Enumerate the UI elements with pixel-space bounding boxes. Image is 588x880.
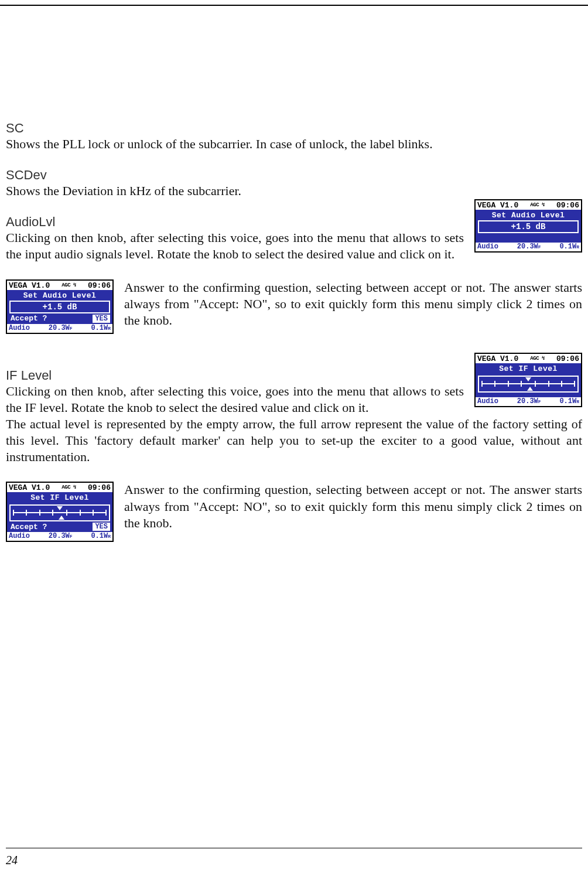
lcd-accept-yes: YES (93, 315, 110, 323)
lcd-header: VEGA V1.0 AGC ↯ 09:06 (7, 281, 112, 290)
slider-factory-icon (527, 387, 533, 391)
lcd-footer-right-sub: R (108, 534, 111, 539)
lcd-header: VEGA V1.0 AGC ↯ 09:06 (476, 200, 581, 210)
text-scdev: Shows the Deviation in kHz of the subcar… (6, 183, 582, 199)
lcd-menu-title: Set IF Level (8, 493, 111, 503)
section-iflevel-confirm: VEGA V1.0 AGC ↯ 09:06 Set IF Level (6, 482, 582, 544)
lcd-value: +1.5 dB (478, 220, 579, 233)
lcd-footer-right-sub: R (108, 326, 111, 331)
lcd-accept-row: Accept ? YES (8, 313, 111, 323)
lcd-agc: AGC ↯ (530, 356, 545, 361)
lcd-accept-label: Accept ? (11, 315, 47, 322)
lcd-body: Set Audio Level +1.5 dB (476, 210, 581, 243)
page-number: 24 (6, 854, 18, 867)
slider-current-icon (525, 377, 531, 381)
bottom-rule (6, 848, 582, 848)
lcd-footer-right: 0.1W (559, 397, 576, 405)
lcd-device: VEGA V1.0 (9, 282, 50, 289)
lcd-footer-mid-sub: F (70, 326, 73, 331)
lcd-menu-title: Set Audio Level (477, 211, 580, 220)
lcd-menu-title: Set Audio Level (8, 291, 111, 301)
lcd-slider (9, 504, 110, 521)
lcd-footer-mid-sub: F (538, 244, 541, 250)
lcd-value: +1.5 dB (9, 301, 110, 313)
lcd-clock: 09:06 (88, 282, 111, 289)
lcd-header: VEGA V1.0 AGC ↯ 09:06 (7, 483, 112, 492)
lcd-footer-left: Audio (477, 243, 498, 250)
slider-factory-icon (59, 516, 64, 520)
lcd-slider (478, 376, 579, 393)
lcd-footer-right: 0.1W (91, 324, 108, 332)
section-iflevel: VEGA V1.0 AGC ↯ 09:06 Set IF Level (6, 353, 582, 466)
lcd-header: VEGA V1.0 AGC ↯ 09:06 (476, 354, 581, 363)
lcd-footer-right: 0.1W (91, 532, 108, 540)
lcd-footer-mid-sub: F (70, 534, 73, 539)
page-content: SC Shows the PLL lock or unlock of the s… (0, 6, 588, 544)
lcd-agc: AGC ↯ (530, 203, 545, 208)
lcd-device: VEGA V1.0 (477, 355, 518, 363)
lcd-footer-left: Audio (9, 325, 30, 332)
lcd-audio-level: VEGA V1.0 AGC ↯ 09:06 Set Audio Level +1… (474, 199, 582, 253)
lcd-footer: Audio 20.3WF 0.1WR (7, 532, 112, 541)
lcd-agc: AGC ↯ (61, 283, 76, 288)
lcd-if-level: VEGA V1.0 AGC ↯ 09:06 Set IF Level (474, 353, 582, 407)
lcd-menu-title: Set IF Level (477, 364, 580, 374)
lcd-footer-left: Audio (477, 398, 498, 405)
lcd-footer: Audio 20.3WF 0.1WR (7, 324, 112, 333)
lcd-device: VEGA V1.0 (477, 202, 518, 209)
lcd-clock: 09:06 (556, 355, 579, 363)
lcd-footer-mid: 20.3W (49, 532, 70, 540)
lcd-footer-right-sub: R (576, 399, 579, 404)
lcd-footer-mid: 20.3W (49, 324, 70, 332)
lcd-accept-row: Accept ? YES (8, 521, 111, 531)
lcd-body: Set Audio Level +1.5 dB Accept ? YES (7, 290, 112, 324)
slider-current-icon (57, 506, 63, 510)
lcd-footer-mid: 20.3W (517, 397, 538, 405)
lcd-if-level-accept: VEGA V1.0 AGC ↯ 09:06 Set IF Level (6, 482, 114, 542)
lcd-audio-level-accept: VEGA V1.0 AGC ↯ 09:06 Set Audio Level +1… (6, 279, 114, 334)
lcd-footer: Audio 20.3WF 0.1WR (476, 243, 581, 251)
lcd-clock: 09:06 (556, 202, 579, 209)
lcd-clock: 09:06 (88, 484, 111, 492)
lcd-footer-left: Audio (9, 533, 30, 540)
lcd-footer-right: 0.1W (559, 243, 576, 251)
lcd-footer-right-sub: R (576, 244, 579, 250)
lcd-agc: AGC ↯ (61, 485, 76, 490)
lcd-body: Set IF Level (7, 492, 112, 532)
lcd-body: Set IF Level (476, 363, 581, 397)
lcd-footer-mid-sub: F (538, 399, 541, 404)
lcd-accept-yes: YES (93, 523, 110, 531)
lcd-accept-label: Accept ? (11, 523, 47, 531)
lcd-footer: Audio 20.3WF 0.1WR (476, 397, 581, 406)
lcd-device: VEGA V1.0 (9, 484, 50, 492)
lcd-footer-mid: 20.3W (517, 243, 538, 251)
heading-sc: SC (6, 121, 582, 136)
section-audiolvl: VEGA V1.0 AGC ↯ 09:06 Set Audio Level +1… (6, 199, 582, 262)
text-sc: Shows the PLL lock or unlock of the subc… (6, 136, 582, 152)
section-audiolvl-confirm: VEGA V1.0 AGC ↯ 09:06 Set Audio Level +1… (6, 279, 582, 336)
heading-scdev: SCDev (6, 168, 582, 183)
